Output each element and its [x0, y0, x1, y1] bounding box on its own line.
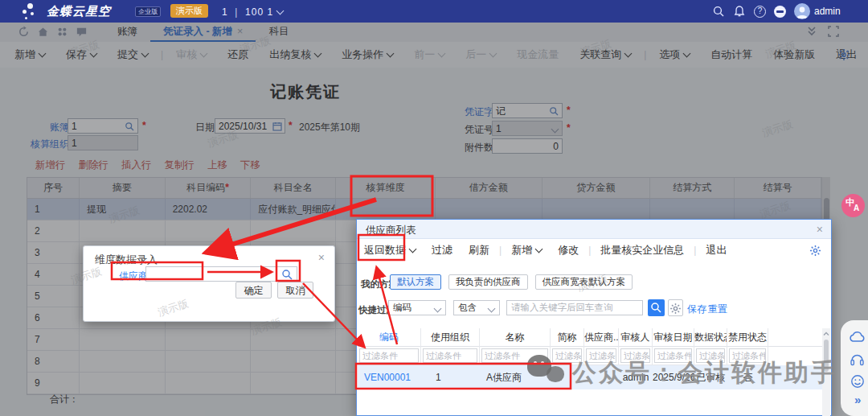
supplier-filter-input[interactable]: 过滤条件	[359, 348, 419, 363]
demo-version-badge: 演示版	[170, 4, 208, 18]
supplier-cell[interactable]: 否	[727, 365, 768, 389]
supplier-field-label: 供应商	[119, 270, 148, 283]
supplier-settings-gear-icon[interactable]	[809, 245, 821, 257]
edition-badge: 企业版	[135, 6, 161, 17]
search-icon[interactable]	[712, 5, 725, 18]
app-title: 金蝶云星空	[47, 4, 111, 19]
menu-label: 刷新	[469, 244, 489, 256]
supplier-filter-cell: 过滤条件	[694, 346, 727, 365]
supplier-column-header-审核日期[interactable]: 审核日期	[653, 328, 694, 346]
menu-divider: |	[694, 245, 696, 256]
menu-label: 新增	[511, 244, 532, 256]
cloud-icon[interactable]	[849, 330, 866, 343]
org-switcher[interactable]: 1 ｜ 100 1	[222, 6, 283, 19]
do-not-disturb-icon[interactable]	[774, 6, 786, 18]
supplier-cell[interactable]	[584, 365, 619, 389]
supplier-column-header-审核人[interactable]: 审核人	[619, 328, 653, 346]
menu-divider: |	[588, 245, 591, 256]
app-window: 金蝶云星空 企业版 演示版 1 ｜ 100 1 ? admin	[0, 0, 868, 416]
headset-support-icon[interactable]	[850, 352, 865, 367]
supplier-menu-刷新[interactable]: 刷新	[469, 243, 489, 257]
supplier-list-dialog: 供应商列表 × 返回数据过滤刷新|新增修改|批量核实企业信息|退出 我的方案 默…	[356, 219, 832, 416]
cancel-button[interactable]: 取消	[277, 282, 313, 299]
supplier-menu-退出[interactable]: 退出	[706, 243, 727, 257]
supplier-table-row[interactable]: VEN000011A供应商admin2025/9/26已审核否	[358, 365, 824, 389]
menu-label: 退出	[706, 244, 727, 256]
supplier-cell[interactable]: 2025/9/26	[653, 365, 694, 389]
supplier-table-filter-row: 过滤条件过滤条件过滤条件过滤条件过滤条件过滤条件过滤条件过滤条件过滤条件	[358, 346, 824, 365]
dimension-entry-dialog: 维度数据录入 × 供应商 确定 取消	[83, 245, 335, 322]
supplier-column-header-禁用状态[interactable]: 禁用状态	[727, 328, 768, 346]
close-icon[interactable]: ×	[817, 223, 823, 236]
top-bar: 金蝶云星空 企业版 演示版 1 ｜ 100 1 ? admin	[0, 0, 868, 23]
close-icon[interactable]: ×	[318, 251, 325, 264]
supplier-cell[interactable]: 已审核	[694, 365, 727, 389]
supplier-filter-cell: 过滤条件	[653, 346, 694, 365]
supplier-filter-cell: 过滤条件	[619, 346, 653, 365]
ok-button[interactable]: 确定	[235, 282, 272, 299]
supplier-cell[interactable]: admin	[619, 365, 653, 389]
menu-divider: |	[499, 245, 502, 256]
supplier-menu-修改[interactable]: 修改	[558, 243, 579, 257]
supplier-lookup-icon[interactable]	[281, 269, 293, 281]
search-button[interactable]	[648, 299, 665, 316]
supplier-filter-input[interactable]: 过滤条件	[696, 348, 725, 363]
feedback-smiley-icon[interactable]	[850, 374, 865, 389]
supplier-column-header-使用组织[interactable]: 使用组织	[421, 328, 480, 346]
keyword-input[interactable]: 请输入关键字后回车查询	[506, 300, 643, 315]
supplier-table-scrollbar[interactable]	[822, 328, 830, 416]
chevron-down-icon	[409, 245, 417, 253]
menu-label: 批量核实企业信息	[600, 244, 684, 256]
filter-operator-select[interactable]: 包含	[453, 300, 500, 315]
supplier-cell[interactable]: 1	[421, 365, 480, 389]
supplier-field-input[interactable]	[145, 266, 297, 282]
avatar[interactable]	[794, 3, 810, 19]
supplier-column-header-数据状态[interactable]: 数据状态	[694, 328, 727, 346]
reset-filter-link[interactable]: 重置	[708, 303, 727, 316]
supplier-cell[interactable]: VEN00001	[358, 365, 421, 389]
menu-label: 修改	[558, 244, 579, 256]
supplier-table-header: 编码使用组织名称简称供应商...审核人审核日期数据状态禁用状态	[358, 328, 824, 347]
dialog-title-bar: 供应商列表 ×	[357, 220, 831, 239]
supplier-filter-cell: 过滤条件	[551, 346, 584, 365]
translate-icon[interactable]: 中 A	[841, 194, 865, 217]
scheme-button-供应商宽表默认方案[interactable]: 供应商宽表默认方案	[535, 274, 633, 290]
scheme-button-默认方案[interactable]: 默认方案	[390, 274, 441, 290]
supplier-filter-input[interactable]: 过滤条件	[729, 348, 766, 363]
supplier-column-header-编码[interactable]: 编码	[358, 328, 421, 346]
scheme-button-我负责的供应商[interactable]: 我负责的供应商	[448, 274, 528, 290]
scheme-buttons: 默认方案我负责的供应商供应商宽表默认方案	[390, 274, 633, 290]
supplier-filter-cell: 过滤条件	[727, 346, 768, 365]
supplier-filter-input[interactable]: 过滤条件	[423, 348, 477, 363]
dialog-title: 维度数据录入	[95, 253, 158, 267]
supplier-dialog-menu: 返回数据过滤刷新|新增修改|批量核实企业信息|退出	[364, 243, 727, 257]
supplier-filter-cell: 过滤条件	[421, 346, 480, 365]
supplier-filter-cell: 过滤条件	[358, 346, 421, 365]
supplier-menu-新增[interactable]: 新增	[511, 243, 542, 257]
dialog-title: 供应商列表	[366, 224, 416, 237]
supplier-column-header-名称[interactable]: 名称	[480, 328, 551, 346]
filter-field-select[interactable]: 编码	[388, 300, 446, 315]
supplier-filter-input[interactable]: 过滤条件	[620, 348, 650, 363]
menu-label: 过滤	[432, 244, 452, 256]
notifications-bell-icon[interactable]	[733, 5, 746, 18]
menu-label: 返回数据	[364, 244, 406, 256]
supplier-filter-cell: 过滤条件	[584, 346, 619, 365]
supplier-filter-input[interactable]: 过滤条件	[552, 348, 582, 363]
supplier-filter-input[interactable]: 过滤条件	[586, 348, 616, 363]
supplier-menu-批量核实企业信息[interactable]: 批量核实企业信息	[600, 243, 684, 257]
supplier-filter-input[interactable]: 过滤条件	[654, 348, 692, 363]
supplier-menu-过滤[interactable]: 过滤	[432, 243, 452, 257]
help-icon[interactable]: ?	[754, 6, 766, 18]
filter-settings-gear-icon[interactable]	[668, 299, 683, 316]
expand-more-icon[interactable]: »	[854, 393, 861, 406]
supplier-column-header-简称[interactable]: 简称	[551, 328, 584, 346]
supplier-column-header-供应商...[interactable]: 供应商...	[584, 328, 619, 346]
supplier-menu-返回数据[interactable]: 返回数据	[364, 243, 416, 257]
chevron-down-icon	[535, 245, 543, 253]
username-label[interactable]: admin	[814, 6, 841, 17]
save-filter-link[interactable]: 保存	[687, 303, 706, 316]
